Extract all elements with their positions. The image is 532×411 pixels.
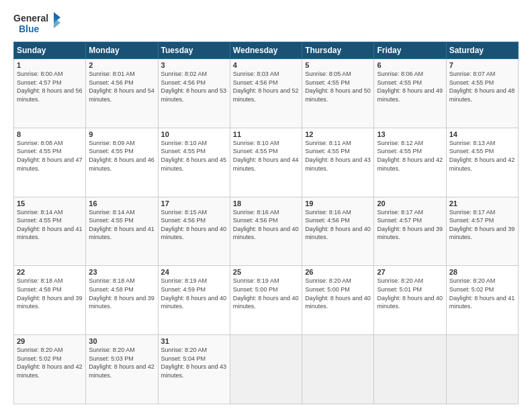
day-info: Sunrise: 8:10 AMSunset: 4:55 PMDaylight:… bbox=[233, 140, 299, 172]
calendar-day-cell: 1 Sunrise: 8:00 AMSunset: 4:57 PMDayligh… bbox=[14, 59, 86, 128]
calendar-day-cell: 6 Sunrise: 8:06 AMSunset: 4:55 PMDayligh… bbox=[374, 59, 446, 128]
day-info: Sunrise: 8:18 AMSunset: 4:58 PMDaylight:… bbox=[17, 277, 83, 310]
calendar-week-row: 1 Sunrise: 8:00 AMSunset: 4:57 PMDayligh… bbox=[14, 59, 519, 128]
day-number: 23 bbox=[89, 268, 154, 276]
day-info: Sunrise: 8:08 AMSunset: 4:55 PMDaylight:… bbox=[17, 140, 83, 172]
calendar-day-cell: 21 Sunrise: 8:17 AMSunset: 4:57 PMDaylig… bbox=[446, 197, 518, 266]
calendar-day-cell: 13 Sunrise: 8:12 AMSunset: 4:55 PMDaylig… bbox=[374, 128, 446, 197]
calendar-day-cell bbox=[230, 335, 302, 404]
header: General Blue bbox=[13, 11, 519, 36]
logo-icon: General Blue bbox=[13, 11, 60, 36]
day-info: Sunrise: 8:20 AMSunset: 5:02 PMDaylight:… bbox=[449, 277, 515, 310]
day-number: 7 bbox=[449, 61, 515, 69]
day-info: Sunrise: 8:09 AMSunset: 4:55 PMDaylight:… bbox=[89, 140, 154, 172]
day-number: 28 bbox=[449, 268, 515, 276]
day-number: 15 bbox=[17, 199, 83, 208]
day-number: 20 bbox=[377, 199, 443, 208]
calendar-day-cell: 18 Sunrise: 8:16 AMSunset: 4:56 PMDaylig… bbox=[230, 197, 302, 266]
svg-text:General: General bbox=[13, 13, 48, 24]
calendar-day-cell: 10 Sunrise: 8:10 AMSunset: 4:55 PMDaylig… bbox=[158, 128, 230, 197]
day-info: Sunrise: 8:14 AMSunset: 4:55 PMDaylight:… bbox=[89, 209, 154, 241]
day-info: Sunrise: 8:17 AMSunset: 4:57 PMDaylight:… bbox=[449, 209, 515, 241]
calendar-day-cell: 29 Sunrise: 8:20 AMSunset: 5:02 PMDaylig… bbox=[14, 335, 86, 404]
day-number: 2 bbox=[89, 61, 154, 69]
calendar-day-cell: 25 Sunrise: 8:19 AMSunset: 5:00 PMDaylig… bbox=[230, 266, 302, 335]
day-number: 8 bbox=[17, 130, 83, 138]
day-number: 22 bbox=[17, 268, 83, 276]
calendar-day-cell: 20 Sunrise: 8:17 AMSunset: 4:57 PMDaylig… bbox=[374, 197, 446, 266]
calendar-day-cell: 4 Sunrise: 8:03 AMSunset: 4:56 PMDayligh… bbox=[230, 59, 302, 128]
day-info: Sunrise: 8:14 AMSunset: 4:55 PMDaylight:… bbox=[17, 209, 83, 241]
day-info: Sunrise: 8:01 AMSunset: 4:56 PMDaylight:… bbox=[89, 71, 154, 103]
day-number: 9 bbox=[89, 130, 154, 138]
logo: General Blue bbox=[13, 11, 60, 36]
day-number: 6 bbox=[377, 61, 443, 69]
day-number: 14 bbox=[449, 130, 515, 138]
weekday-header-cell: Sunday bbox=[14, 42, 86, 59]
day-info: Sunrise: 8:19 AMSunset: 5:00 PMDaylight:… bbox=[233, 277, 299, 310]
calendar-day-cell: 11 Sunrise: 8:10 AMSunset: 4:55 PMDaylig… bbox=[230, 128, 302, 197]
calendar-day-cell: 22 Sunrise: 8:18 AMSunset: 4:58 PMDaylig… bbox=[14, 266, 86, 335]
day-number: 24 bbox=[161, 268, 227, 276]
day-number: 10 bbox=[161, 130, 227, 138]
day-number: 5 bbox=[305, 61, 371, 69]
day-number: 18 bbox=[233, 199, 299, 208]
day-info: Sunrise: 8:20 AMSunset: 5:00 PMDaylight:… bbox=[305, 277, 371, 310]
day-number: 30 bbox=[89, 337, 154, 345]
calendar-table: SundayMondayTuesdayWednesdayThursdayFrid… bbox=[13, 42, 519, 404]
calendar-day-cell: 3 Sunrise: 8:02 AMSunset: 4:56 PMDayligh… bbox=[158, 59, 230, 128]
calendar-day-cell: 8 Sunrise: 8:08 AMSunset: 4:55 PMDayligh… bbox=[14, 128, 86, 197]
day-number: 12 bbox=[305, 130, 371, 138]
day-number: 13 bbox=[377, 130, 443, 138]
page: General Blue SundayMondayTuesdayWednesda… bbox=[0, 0, 532, 411]
calendar-day-cell: 2 Sunrise: 8:01 AMSunset: 4:56 PMDayligh… bbox=[86, 59, 158, 128]
weekday-header-cell: Friday bbox=[374, 42, 446, 59]
calendar-week-row: 29 Sunrise: 8:20 AMSunset: 5:02 PMDaylig… bbox=[14, 335, 519, 404]
weekday-header-cell: Wednesday bbox=[230, 42, 302, 59]
day-info: Sunrise: 8:02 AMSunset: 4:56 PMDaylight:… bbox=[161, 71, 227, 103]
calendar-day-cell: 24 Sunrise: 8:19 AMSunset: 4:59 PMDaylig… bbox=[158, 266, 230, 335]
weekday-header-cell: Monday bbox=[86, 42, 158, 59]
day-number: 1 bbox=[17, 61, 83, 69]
calendar-day-cell: 31 Sunrise: 8:20 AMSunset: 5:04 PMDaylig… bbox=[158, 335, 230, 404]
day-info: Sunrise: 8:07 AMSunset: 4:55 PMDaylight:… bbox=[449, 71, 515, 103]
calendar-day-cell bbox=[302, 335, 374, 404]
calendar-day-cell: 17 Sunrise: 8:15 AMSunset: 4:56 PMDaylig… bbox=[158, 197, 230, 266]
weekday-header-cell: Thursday bbox=[302, 42, 374, 59]
day-number: 25 bbox=[233, 268, 299, 276]
day-info: Sunrise: 8:00 AMSunset: 4:57 PMDaylight:… bbox=[17, 71, 83, 103]
calendar-day-cell: 12 Sunrise: 8:11 AMSunset: 4:55 PMDaylig… bbox=[302, 128, 374, 197]
day-info: Sunrise: 8:17 AMSunset: 4:57 PMDaylight:… bbox=[377, 209, 443, 241]
day-info: Sunrise: 8:12 AMSunset: 4:55 PMDaylight:… bbox=[377, 140, 443, 172]
svg-text:Blue: Blue bbox=[19, 24, 40, 34]
day-number: 21 bbox=[449, 199, 515, 208]
calendar-day-cell: 28 Sunrise: 8:20 AMSunset: 5:02 PMDaylig… bbox=[446, 266, 518, 335]
day-number: 4 bbox=[233, 61, 299, 69]
calendar-day-cell: 26 Sunrise: 8:20 AMSunset: 5:00 PMDaylig… bbox=[302, 266, 374, 335]
calendar-day-cell: 9 Sunrise: 8:09 AMSunset: 4:55 PMDayligh… bbox=[86, 128, 158, 197]
day-info: Sunrise: 8:20 AMSunset: 5:04 PMDaylight:… bbox=[161, 347, 227, 379]
day-info: Sunrise: 8:15 AMSunset: 4:56 PMDaylight:… bbox=[161, 209, 227, 241]
weekday-header-cell: Saturday bbox=[446, 42, 518, 59]
calendar-day-cell: 16 Sunrise: 8:14 AMSunset: 4:55 PMDaylig… bbox=[86, 197, 158, 266]
calendar-week-row: 22 Sunrise: 8:18 AMSunset: 4:58 PMDaylig… bbox=[14, 266, 519, 335]
day-number: 29 bbox=[17, 337, 83, 345]
day-number: 16 bbox=[89, 199, 154, 208]
calendar-week-row: 8 Sunrise: 8:08 AMSunset: 4:55 PMDayligh… bbox=[14, 128, 519, 197]
day-number: 11 bbox=[233, 130, 299, 138]
day-info: Sunrise: 8:10 AMSunset: 4:55 PMDaylight:… bbox=[161, 140, 227, 172]
day-number: 3 bbox=[161, 61, 227, 69]
day-info: Sunrise: 8:13 AMSunset: 4:55 PMDaylight:… bbox=[449, 140, 515, 172]
day-info: Sunrise: 8:20 AMSunset: 5:01 PMDaylight:… bbox=[377, 277, 443, 310]
day-number: 26 bbox=[305, 268, 371, 276]
day-info: Sunrise: 8:20 AMSunset: 5:02 PMDaylight:… bbox=[17, 347, 83, 379]
calendar-day-cell: 23 Sunrise: 8:18 AMSunset: 4:58 PMDaylig… bbox=[86, 266, 158, 335]
day-info: Sunrise: 8:16 AMSunset: 4:56 PMDaylight:… bbox=[233, 209, 299, 241]
day-info: Sunrise: 8:11 AMSunset: 4:55 PMDaylight:… bbox=[305, 140, 371, 172]
day-info: Sunrise: 8:19 AMSunset: 4:59 PMDaylight:… bbox=[161, 277, 227, 310]
calendar-day-cell bbox=[446, 335, 518, 404]
day-info: Sunrise: 8:16 AMSunset: 4:56 PMDaylight:… bbox=[305, 209, 371, 241]
calendar-day-cell: 15 Sunrise: 8:14 AMSunset: 4:55 PMDaylig… bbox=[14, 197, 86, 266]
calendar-week-row: 15 Sunrise: 8:14 AMSunset: 4:55 PMDaylig… bbox=[14, 197, 519, 266]
calendar-day-cell: 19 Sunrise: 8:16 AMSunset: 4:56 PMDaylig… bbox=[302, 197, 374, 266]
